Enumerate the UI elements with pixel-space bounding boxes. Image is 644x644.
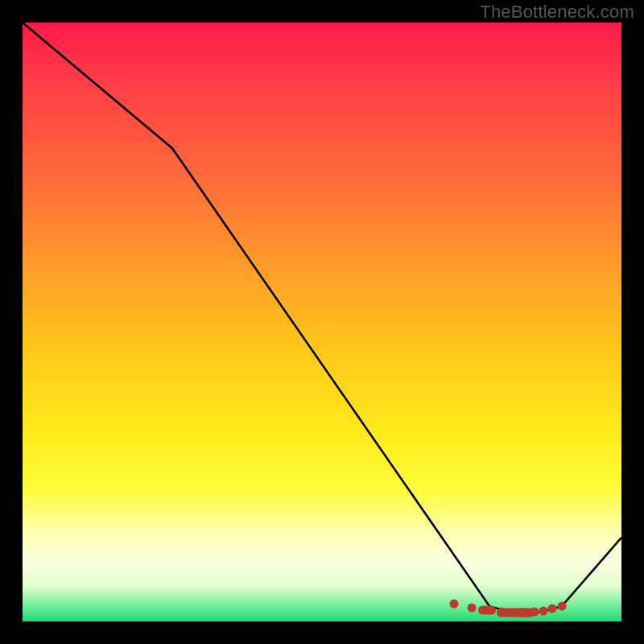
chart-main-curve <box>23 23 621 613</box>
chart-marker <box>478 605 496 614</box>
chart-marker <box>468 603 477 612</box>
chart-marker <box>449 599 458 608</box>
chart-line-layer <box>23 23 621 621</box>
attribution-text: TheBottleneck.com <box>480 2 634 23</box>
chart-marker <box>530 608 539 617</box>
chart-marker <box>539 606 548 615</box>
chart-marker <box>557 602 566 611</box>
chart-plot-area <box>23 23 621 621</box>
chart-marker <box>548 605 557 613</box>
